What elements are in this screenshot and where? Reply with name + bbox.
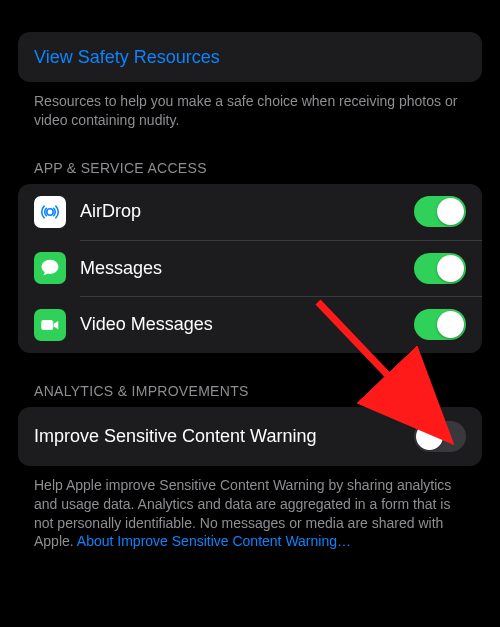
svg-rect-1	[41, 320, 53, 330]
improve-row: Improve Sensitive Content Warning	[18, 407, 482, 466]
messages-label: Messages	[80, 258, 414, 279]
messages-toggle[interactable]	[414, 253, 466, 284]
messages-icon	[34, 252, 66, 284]
view-safety-resources-link[interactable]: View Safety Resources	[18, 32, 482, 82]
messages-row: Messages	[18, 240, 482, 296]
about-improve-link[interactable]: About Improve Sensitive Content Warning…	[77, 533, 351, 549]
improve-label: Improve Sensitive Content Warning	[34, 426, 414, 447]
video-messages-toggle[interactable]	[414, 309, 466, 340]
airdrop-label: AirDrop	[80, 201, 414, 222]
safety-footer: Resources to help you make a safe choice…	[18, 82, 482, 130]
link-label: View Safety Resources	[34, 47, 220, 68]
app-service-header: APP & SERVICE ACCESS	[18, 130, 482, 184]
analytics-group: Improve Sensitive Content Warning	[18, 407, 482, 466]
video-icon	[34, 309, 66, 341]
airdrop-row: AirDrop	[18, 184, 482, 240]
video-messages-row: Video Messages	[18, 297, 482, 353]
airdrop-toggle[interactable]	[414, 196, 466, 227]
video-messages-label: Video Messages	[80, 314, 414, 335]
safety-resources-group: View Safety Resources	[18, 32, 482, 82]
app-service-group: AirDrop Messages Video Messages	[18, 184, 482, 353]
analytics-header: ANALYTICS & IMPROVEMENTS	[18, 353, 482, 407]
airdrop-icon	[34, 196, 66, 228]
svg-point-0	[47, 209, 53, 215]
analytics-footer: Help Apple improve Sensitive Content War…	[18, 466, 482, 552]
improve-toggle[interactable]	[414, 421, 466, 452]
